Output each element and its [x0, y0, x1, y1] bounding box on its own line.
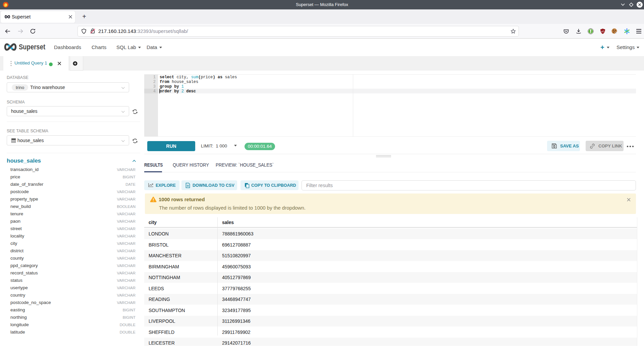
svg-text:uO: uO	[601, 30, 604, 33]
